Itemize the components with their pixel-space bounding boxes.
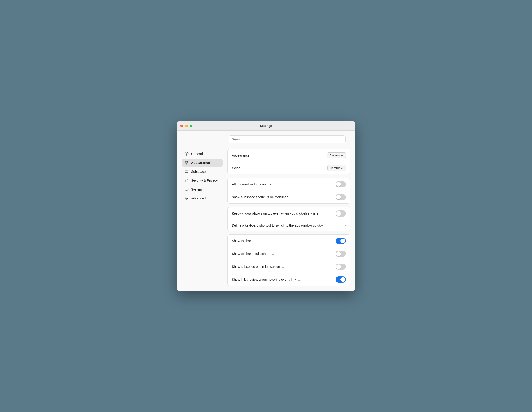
color-row: Color Default [228, 162, 350, 174]
color-label: Color [232, 166, 239, 170]
show-toolbar-toggle-knob [341, 239, 345, 243]
traffic-lights [180, 124, 192, 127]
sidebar-item-label-system: System [191, 187, 202, 191]
svg-rect-11 [185, 188, 189, 190]
subspace-fullscreen-label: Show subspace bar in full screen ☁ [232, 265, 284, 269]
toolbar-card: Show toolbar Show toolbar in full screen… [227, 234, 350, 286]
subspace-shortcuts-row: Show subspace shortcuts on menubar [228, 191, 350, 203]
cloud-icon-3: ☁ [298, 278, 301, 281]
svg-rect-7 [185, 170, 188, 171]
monitor-icon [184, 187, 189, 191]
content-area: General Appearance Subspaces [182, 149, 350, 286]
svg-rect-10 [185, 180, 188, 182]
color-select[interactable]: Default [327, 165, 346, 171]
sidebar-item-advanced[interactable]: Advanced [182, 194, 223, 202]
appearance-label: Appearance [232, 154, 250, 157]
sidebar-item-label-subspaces: Subspaces [191, 170, 207, 173]
subspace-fullscreen-toggle-knob [336, 264, 341, 269]
link-preview-toggle[interactable] [335, 276, 346, 282]
attach-window-toggle-knob [336, 182, 341, 187]
svg-point-17 [186, 197, 186, 197]
window-body: General Appearance Subspaces [177, 131, 355, 291]
search-input[interactable] [228, 135, 346, 143]
attach-window-row: Attach window to menu bar [228, 178, 350, 191]
svg-point-2 [186, 162, 187, 163]
attach-window-label: Attach window to menu bar [232, 182, 271, 186]
sidebar-item-general[interactable]: General [182, 150, 223, 158]
subspace-shortcuts-toggle-knob [336, 195, 341, 199]
sidebar-item-label-appearance: Appearance [191, 161, 210, 165]
sidebar-item-label-general: General [191, 152, 203, 156]
always-on-top-row: Keep window always on top even when you … [228, 207, 350, 220]
appearance-select-value: System [330, 154, 340, 157]
minimize-button[interactable] [185, 124, 188, 127]
always-on-top-toggle[interactable] [335, 210, 346, 216]
search-bar-wrap [182, 135, 350, 143]
close-button[interactable] [180, 124, 183, 127]
settings-window: Settings General [177, 121, 355, 291]
sidebar-item-label-advanced: Advanced [191, 197, 206, 200]
titlebar: Settings [177, 121, 355, 131]
show-toolbar-row: Show toolbar [228, 234, 350, 247]
subspace-shortcuts-label: Show subspace shortcuts on menubar [232, 195, 287, 199]
svg-point-19 [186, 199, 187, 200]
appearance-select[interactable]: System [327, 152, 346, 158]
main-content: Appearance System Color Default [227, 149, 350, 286]
sidebar-item-appearance[interactable]: Appearance [182, 159, 223, 167]
link-preview-label: Show link preview when hovering over a l… [232, 278, 301, 281]
toolbar-fullscreen-toggle[interactable] [335, 251, 346, 257]
color-select-value: Default [330, 166, 340, 170]
always-on-top-toggle-knob [336, 211, 341, 216]
appearance-row: Appearance System [228, 149, 350, 162]
toolbar-fullscreen-label: Show toolbar in full screen ☁ [232, 252, 275, 256]
lock-icon [184, 178, 189, 183]
toolbar-fullscreen-toggle-knob [336, 252, 341, 256]
link-preview-toggle-knob [341, 277, 345, 282]
attach-window-toggle[interactable] [335, 181, 346, 187]
show-toolbar-label: Show toolbar [232, 239, 251, 243]
sidebar-item-system[interactable]: System [182, 185, 223, 193]
toolbar-fullscreen-row: Show toolbar in full screen ☁ [228, 247, 350, 260]
cloud-icon: ☁ [272, 252, 275, 256]
svg-point-0 [186, 153, 187, 154]
window-behavior-card: Keep window always on top even when you … [227, 207, 350, 231]
sidebar-item-label-security: Security & Privacy [191, 179, 218, 182]
sidebar-item-subspaces[interactable]: Subspaces [182, 168, 223, 176]
chevron-right-icon: › [345, 223, 346, 227]
window-title: Settings [260, 124, 272, 128]
always-on-top-label: Keep window always on top even when you … [232, 212, 318, 215]
appearance-color-card: Appearance System Color Default [227, 149, 350, 174]
svg-point-18 [187, 198, 188, 199]
sidebar: General Appearance Subspaces [182, 149, 223, 286]
maximize-button[interactable] [190, 124, 192, 127]
cloud-icon-2: ☁ [281, 265, 284, 269]
menubar-card: Attach window to menu bar Show subspace … [227, 178, 350, 204]
svg-rect-9 [185, 173, 188, 173]
subspaces-icon [184, 169, 189, 174]
subspace-fullscreen-toggle[interactable] [335, 263, 346, 270]
sidebar-item-security[interactable]: Security & Privacy [182, 177, 223, 185]
keyboard-shortcut-row[interactable]: Define a keyboard shortcut to switch to … [228, 220, 350, 231]
sliders-icon [184, 196, 189, 200]
subspace-shortcuts-toggle[interactable] [335, 194, 346, 200]
link-preview-row: Show link preview when hovering over a l… [228, 273, 350, 286]
svg-rect-8 [185, 171, 188, 172]
gear-icon [184, 152, 189, 156]
subspace-fullscreen-row: Show subspace bar in full screen ☁ [228, 260, 350, 273]
appearance-icon [184, 160, 189, 165]
show-toolbar-toggle[interactable] [335, 238, 346, 244]
keyboard-shortcut-label: Define a keyboard shortcut to switch to … [232, 224, 323, 227]
